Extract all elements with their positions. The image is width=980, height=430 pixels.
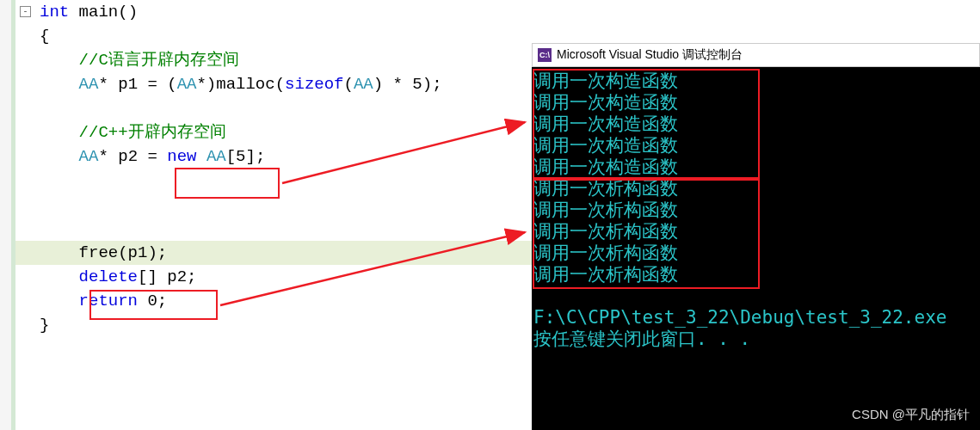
code-text: { <box>40 27 49 46</box>
keyword: int <box>40 3 69 22</box>
code-line-highlighted: free(p1); <box>15 241 532 265</box>
console-line-path: F:\C\CPP\test_3_22\Debug\test_3_22.exe <box>533 307 978 329</box>
console-line: 调用一次析构函数 <box>533 264 978 286</box>
editor-gutter <box>0 0 15 430</box>
code-line: //C++开辟内存空间 <box>15 120 532 144</box>
code-text: free(p1); <box>79 243 168 262</box>
code-text: [] p2; <box>138 267 196 286</box>
keyword: delete <box>79 267 138 286</box>
console-window: C:\ Microsoft Visual Studio 调试控制台 调用一次构造… <box>532 43 980 430</box>
code-line: delete[] p2; <box>15 265 532 289</box>
code-line <box>15 169 532 193</box>
console-line: 调用一次构造函数 <box>533 71 978 92</box>
type: AA <box>354 75 373 94</box>
console-line <box>533 286 978 307</box>
code-line: return 0; <box>15 289 532 313</box>
code-text: } <box>40 316 49 335</box>
console-line: 调用一次构造函数 <box>533 92 978 114</box>
keyword: new <box>167 147 196 166</box>
code-line: } <box>15 313 532 337</box>
code-line <box>15 193 532 217</box>
console-line: 调用一次析构函数 <box>533 221 978 243</box>
comment: //C语言开辟内存空间 <box>79 51 239 70</box>
code-editor[interactable]: - int main() { //C语言开辟内存空间 AA* p1 = (AA*… <box>0 0 532 430</box>
code-text: ( <box>344 75 354 94</box>
comment: //C++开辟内存空间 <box>79 123 226 142</box>
keyword: sizeof <box>285 75 343 94</box>
type: AA <box>79 147 99 166</box>
console-line: 调用一次构造函数 <box>533 114 978 135</box>
code-line <box>15 217 532 241</box>
console-icon: C:\ <box>538 48 552 62</box>
code-text: 0; <box>138 292 167 310</box>
console-titlebar[interactable]: C:\ Microsoft Visual Studio 调试控制台 <box>532 43 980 67</box>
code-line: { <box>15 24 532 48</box>
console-line-prompt: 按任意键关闭此窗口. . . <box>533 329 978 350</box>
fold-icon[interactable]: - <box>20 6 31 17</box>
code-text: *)malloc( <box>196 75 285 94</box>
console-line: 调用一次析构函数 <box>533 200 978 221</box>
code-line <box>15 96 532 120</box>
console-line: 调用一次构造函数 <box>533 135 978 157</box>
console-line: 调用一次析构函数 <box>533 243 978 264</box>
type: AA <box>177 75 197 94</box>
console-line: 调用一次析构函数 <box>533 178 978 200</box>
console-line: 调用一次构造函数 <box>533 157 978 178</box>
code-text: main() <box>69 3 138 22</box>
code-line: AA* p1 = (AA*)malloc(sizeof(AA) * 5); <box>15 72 532 96</box>
type: AA <box>206 147 226 166</box>
code-text <box>196 147 206 166</box>
console-body[interactable]: 调用一次构造函数 调用一次构造函数 调用一次构造函数 调用一次构造函数 调用一次… <box>532 67 980 353</box>
watermark: CSDN @平凡的指针 <box>852 407 970 423</box>
code-text: ) * 5); <box>373 75 442 94</box>
console-title: Microsoft Visual Studio 调试控制台 <box>557 47 743 63</box>
code-line: AA* p2 = new AA[5]; <box>15 144 532 169</box>
keyword: return <box>79 292 138 310</box>
type: AA <box>79 75 99 94</box>
code-line: int main() <box>15 0 532 24</box>
code-line: //C语言开辟内存空间 <box>15 48 532 72</box>
code-text: [5]; <box>226 147 266 166</box>
code-text: * p1 = ( <box>98 75 176 94</box>
code-text: * p2 = <box>98 147 167 166</box>
